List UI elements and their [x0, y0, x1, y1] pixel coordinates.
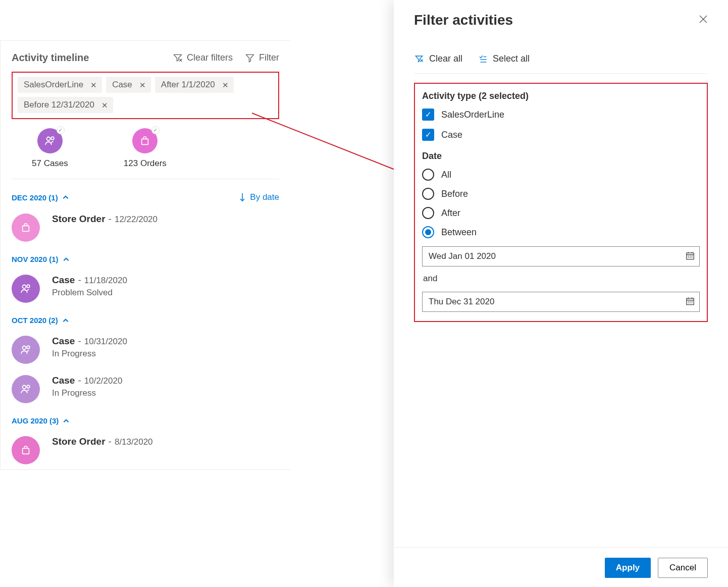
radio-icon[interactable] — [422, 188, 434, 200]
chip-remove-icon[interactable]: ✕ — [139, 81, 146, 89]
chevron-up-icon — [63, 256, 70, 263]
summary-item[interactable]: 57 Cases — [32, 128, 68, 169]
timeline-item[interactable]: Case - 10/2/2020In Progress — [12, 375, 279, 403]
chip-remove-icon[interactable]: ✕ — [90, 81, 97, 89]
select-all-icon — [478, 55, 488, 64]
svg-point-0 — [46, 137, 50, 141]
group-heading: AUG 2020 (3) — [12, 416, 59, 425]
clear-filters-button[interactable]: Clear filters — [173, 52, 233, 63]
filter-chip[interactable]: Case✕ — [106, 77, 151, 93]
clear-all-label: Clear all — [429, 54, 462, 64]
filter-chip-container: SalesOrderLine✕Case✕After 1/1/2020✕Befor… — [12, 72, 279, 119]
person-icon — [12, 336, 40, 364]
timeline-item[interactable]: Case - 11/18/2020Problem Solved — [12, 275, 279, 303]
svg-rect-4 — [23, 226, 29, 231]
timeline-item-date: 11/18/2020 — [84, 276, 127, 286]
bag-icon — [12, 436, 40, 464]
date-from-field[interactable] — [422, 246, 700, 266]
filter-label: Filter — [259, 52, 279, 63]
svg-point-7 — [23, 346, 26, 350]
chip-label: Case — [112, 80, 132, 90]
svg-point-5 — [23, 285, 26, 289]
calendar-icon[interactable] — [686, 251, 695, 262]
timeline-item[interactable]: Case - 10/31/2020In Progress — [12, 336, 279, 364]
svg-point-8 — [27, 346, 30, 349]
date-radio-label: Before — [441, 189, 468, 199]
date-radio-option[interactable]: After — [422, 207, 700, 219]
group-toggle[interactable]: NOV 2020 (1) — [12, 255, 70, 263]
timeline-item[interactable]: Store Order - 8/13/2020 — [12, 436, 279, 464]
filter-chip[interactable]: After 1/1/2020✕ — [155, 77, 234, 93]
svg-rect-11 — [23, 448, 29, 454]
timeline-title: Activity timeline — [12, 52, 89, 64]
date-radio-label: All — [441, 170, 451, 180]
chip-label: SalesOrderLine — [24, 80, 83, 90]
panel-footer: Apply Cancel — [394, 547, 728, 587]
clear-all-button[interactable]: Clear all — [414, 54, 462, 64]
chevron-up-icon — [62, 317, 69, 324]
date-heading: Date — [422, 151, 700, 162]
bag-icon — [12, 214, 40, 242]
date-to-input[interactable] — [422, 292, 700, 312]
group-heading: DEC 2020 (1) — [12, 193, 58, 202]
timeline-item[interactable]: Store Order - 12/22/2020 — [12, 214, 279, 242]
activity-type-heading: Activity type (2 selected) — [422, 91, 700, 101]
date-radio-label: Between — [441, 227, 477, 238]
summary-count: 123 Orders — [124, 158, 167, 169]
date-radio-option[interactable]: Before — [422, 188, 700, 200]
select-all-button[interactable]: Select all — [478, 54, 530, 64]
person-icon — [12, 375, 40, 403]
timeline-item-title: Store Order — [52, 214, 106, 225]
radio-icon[interactable] — [422, 169, 434, 181]
checkbox-checked-icon[interactable]: ✓ — [422, 129, 434, 141]
filter-button[interactable]: Filter — [245, 52, 279, 63]
chip-remove-icon[interactable]: ✕ — [101, 101, 108, 109]
timeline-item-date: 10/31/2020 — [84, 337, 127, 347]
svg-point-6 — [27, 285, 30, 288]
svg-point-10 — [27, 385, 30, 388]
activity-type-option[interactable]: ✓SalesOrderLine — [422, 109, 700, 121]
timeline-item-title: Case — [52, 336, 75, 347]
activity-type-option[interactable]: ✓Case — [422, 129, 700, 141]
group-toggle[interactable]: OCT 2020 (2) — [12, 316, 69, 325]
timeline-item-date: 10/2/2020 — [84, 376, 123, 386]
filter-clear-icon — [414, 55, 424, 64]
apply-button[interactable]: Apply — [605, 558, 651, 578]
check-badge-icon — [151, 126, 160, 134]
calendar-icon[interactable] — [686, 297, 695, 307]
chip-label: After 1/1/2020 — [161, 80, 215, 90]
date-radio-option[interactable]: Between — [422, 226, 700, 238]
chip-remove-icon[interactable]: ✕ — [222, 81, 229, 89]
cancel-button[interactable]: Cancel — [658, 558, 708, 578]
summary-item[interactable]: 123 Orders — [124, 128, 167, 169]
clear-filters-label: Clear filters — [187, 52, 233, 63]
group-heading: NOV 2020 (1) — [12, 255, 59, 263]
summary-row: 57 Cases123 Orders — [12, 124, 279, 179]
close-button[interactable] — [699, 15, 708, 26]
filter-chip[interactable]: Before 12/31/2020✕ — [18, 97, 113, 113]
filter-clear-icon — [173, 53, 183, 63]
date-from-input[interactable] — [422, 246, 700, 266]
date-radio-option[interactable]: All — [422, 169, 700, 181]
group-toggle[interactable]: DEC 2020 (1) — [12, 193, 69, 202]
chip-label: Before 12/31/2020 — [24, 100, 94, 110]
close-icon — [699, 15, 708, 24]
timeline-item-subtitle: In Progress — [52, 349, 127, 359]
sort-by-date-button[interactable]: By date — [239, 192, 279, 202]
radio-icon[interactable] — [422, 226, 434, 238]
radio-icon[interactable] — [422, 207, 434, 219]
filter-settings-box: Activity type (2 selected) ✓SalesOrderLi… — [414, 83, 708, 322]
svg-point-9 — [23, 386, 26, 389]
timeline-item-date: 12/22/2020 — [115, 215, 158, 225]
panel-title: Filter activities — [414, 12, 513, 28]
date-to-field[interactable] — [422, 292, 700, 312]
summary-count: 57 Cases — [32, 158, 68, 169]
check-badge-icon — [57, 126, 65, 134]
group-heading: OCT 2020 (2) — [12, 316, 58, 325]
between-and-label: and — [423, 274, 700, 284]
activity-timeline-card: Activity timeline Clear filters Filter S… — [0, 40, 290, 470]
filter-chip[interactable]: SalesOrderLine✕ — [18, 77, 102, 93]
svg-rect-2 — [142, 139, 148, 144]
group-toggle[interactable]: AUG 2020 (3) — [12, 416, 70, 425]
checkbox-checked-icon[interactable]: ✓ — [422, 109, 434, 121]
